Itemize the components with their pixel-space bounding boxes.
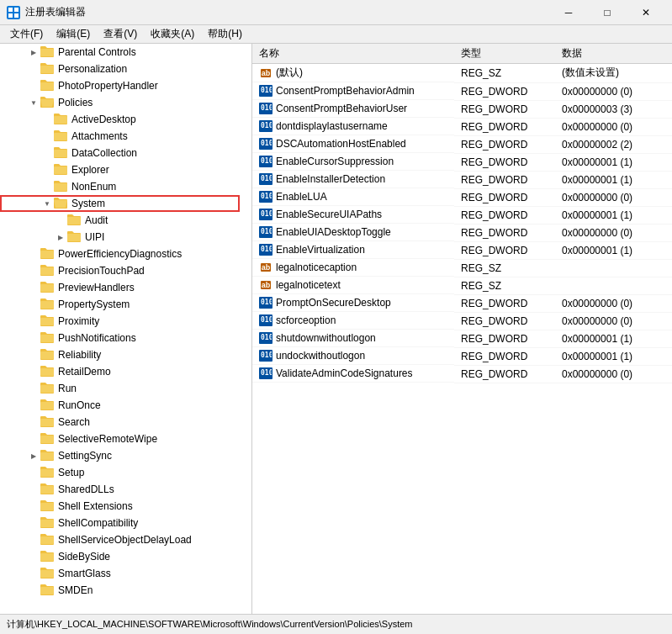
menu-view[interactable]: 查看(V) xyxy=(97,25,144,43)
expand-icon[interactable] xyxy=(27,399,40,412)
tree-item-label: RetailDemo xyxy=(58,366,111,378)
expand-icon[interactable]: ▼ xyxy=(40,197,54,210)
tree-item-smden[interactable]: SMDEn xyxy=(0,582,240,599)
tree-item-explorer[interactable]: Explorer xyxy=(0,161,240,178)
tree-item-system[interactable]: ▼System xyxy=(0,195,240,212)
expand-icon[interactable] xyxy=(27,533,40,547)
table-row[interactable]: ​010PromptOnSecureDesktopREG_DWORD0x0000… xyxy=(252,294,672,312)
expand-icon[interactable] xyxy=(27,264,40,277)
table-row[interactable]: ablegalnoticecaptionREG_SZ xyxy=(252,259,672,277)
table-row[interactable]: ​010EnableVirtualizationREG_DWORD0x00000… xyxy=(252,241,672,259)
tree-item-power-efficiency[interactable]: PowerEfficiencyDiagnostics xyxy=(0,246,240,262)
tree-item-retail-demo[interactable]: RetailDemo xyxy=(0,363,240,380)
tree-item-run-once[interactable]: RunOnce xyxy=(0,397,240,414)
expand-icon[interactable] xyxy=(27,584,40,597)
expand-icon[interactable] xyxy=(40,180,54,193)
svg-rect-13 xyxy=(67,234,81,241)
menu-help[interactable]: 帮助(H) xyxy=(201,25,249,43)
table-row[interactable]: ​010EnableLUAREG_DWORD0x00000000 (0) xyxy=(252,188,672,206)
tree-item-shell-service-object[interactable]: ShellServiceObjectDelayLoad xyxy=(0,531,240,548)
expand-icon[interactable] xyxy=(27,281,40,294)
expand-icon[interactable] xyxy=(27,550,40,563)
table-row[interactable]: ​010EnableSecureUIAPathsREG_DWORD0x00000… xyxy=(252,206,672,224)
tree-item-setup[interactable]: Setup xyxy=(0,464,240,481)
expand-icon[interactable] xyxy=(27,415,40,429)
table-row[interactable]: ​010ValidateAdminCodeSignaturesREG_DWORD… xyxy=(252,365,672,383)
table-row[interactable]: ​010ConsentPromptBehaviorAdminREG_DWORD0… xyxy=(252,82,672,100)
expand-icon[interactable] xyxy=(27,516,40,530)
tree-item-proximity[interactable]: Proximity xyxy=(0,313,240,330)
expand-icon[interactable] xyxy=(27,298,40,311)
table-row[interactable]: ​010DSCAutomationHostEnabledREG_DWORD0x0… xyxy=(252,135,672,153)
expand-icon[interactable]: ▶ xyxy=(27,449,40,462)
tree-inner: ▶Parental ControlsPersonalizationPhotoPr… xyxy=(0,44,251,599)
tree-item-audit[interactable]: Audit xyxy=(0,212,240,229)
menu-favorites[interactable]: 收藏夹(A) xyxy=(144,25,201,43)
tree-item-shared-dlls[interactable]: SharedDLLs xyxy=(0,481,240,498)
table-row[interactable]: ablegalnoticetextREG_SZ xyxy=(252,277,672,294)
expand-icon[interactable] xyxy=(27,483,40,496)
tree-item-parental-controls[interactable]: ▶Parental Controls xyxy=(0,44,240,61)
table-row[interactable]: ​010EnableInstallerDetectionREG_DWORD0x0… xyxy=(252,171,672,188)
tree-item-preview-handlers[interactable]: PreviewHandlers xyxy=(0,279,240,296)
table-row[interactable]: ab(默认)REG_SZ(数值未设置) xyxy=(252,64,672,83)
table-row[interactable]: ​010shutdownwithoutlogonREG_DWORD0x00000… xyxy=(252,330,672,347)
expand-icon[interactable] xyxy=(40,113,54,126)
tree-item-reliability[interactable]: Reliability xyxy=(0,346,240,363)
minimize-button[interactable]: ─ xyxy=(549,0,588,25)
expand-icon[interactable] xyxy=(40,129,54,143)
tree-item-attachments[interactable]: Attachments xyxy=(0,128,240,145)
expand-icon[interactable] xyxy=(27,314,40,328)
expand-icon[interactable] xyxy=(27,499,40,513)
expand-icon[interactable]: ▶ xyxy=(27,45,40,59)
reg-type-cell: REG_SZ xyxy=(454,64,555,83)
expand-icon[interactable] xyxy=(27,382,40,395)
table-row[interactable]: ​010dontdisplaylastusernameREG_DWORD0x00… xyxy=(252,118,672,135)
tree-item-run[interactable]: Run xyxy=(0,380,240,397)
svg-text:010: 010 xyxy=(261,175,272,182)
tree-item-selective-remote-wipe[interactable]: SelectiveRemoteWipe xyxy=(0,431,240,447)
maximize-button[interactable]: □ xyxy=(588,0,627,25)
tree-item-search[interactable]: Search xyxy=(0,414,240,431)
tree-item-personalization[interactable]: Personalization xyxy=(0,61,240,77)
expand-icon[interactable] xyxy=(40,163,54,177)
expand-icon[interactable] xyxy=(27,432,40,446)
expand-icon[interactable] xyxy=(27,348,40,362)
tree-item-shell-extensions[interactable]: Shell Extensions xyxy=(0,498,240,515)
table-row[interactable]: ​010EnableCursorSuppressionREG_DWORD0x00… xyxy=(252,153,672,171)
tree-item-side-by-side[interactable]: SideBySide xyxy=(0,548,240,565)
tree-item-property-system[interactable]: PropertySystem xyxy=(0,296,240,313)
table-row[interactable]: ​010EnableUIADesktopToggleREG_DWORD0x000… xyxy=(252,224,672,241)
expand-icon[interactable] xyxy=(27,567,40,580)
tree-item-photo-property-handler[interactable]: PhotoPropertyHandler xyxy=(0,77,240,94)
expand-icon[interactable]: ▶ xyxy=(54,230,67,244)
expand-icon[interactable] xyxy=(27,79,40,92)
expand-icon[interactable] xyxy=(27,62,40,76)
tree-item-label: PreviewHandlers xyxy=(58,282,135,293)
tree-item-smart-glass[interactable]: SmartGlass xyxy=(0,565,240,582)
reg-type-cell: REG_DWORD xyxy=(454,241,555,259)
expand-icon[interactable] xyxy=(27,247,40,261)
tree-item-setting-sync[interactable]: ▶SettingSync xyxy=(0,447,240,464)
tree-item-shell-compatibility[interactable]: ShellCompatibility xyxy=(0,515,240,531)
close-button[interactable]: ✕ xyxy=(627,0,665,25)
table-row[interactable]: ​010undockwithoutlogonREG_DWORD0x0000000… xyxy=(252,347,672,365)
reg-name-text: ValidateAdminCodeSignatures xyxy=(276,367,413,379)
expand-icon[interactable] xyxy=(27,365,40,378)
expand-icon[interactable] xyxy=(40,146,54,160)
tree-item-precision-touchpad[interactable]: PrecisionTouchPad xyxy=(0,262,240,279)
tree-item-active-desktop[interactable]: ActiveDesktop xyxy=(0,111,240,128)
tree-item-data-collection[interactable]: DataCollection xyxy=(0,145,240,161)
tree-item-push-notifications[interactable]: PushNotifications xyxy=(0,330,240,346)
table-row[interactable]: ​010ConsentPromptBehaviorUserREG_DWORD0x… xyxy=(252,100,672,118)
expand-icon[interactable] xyxy=(54,214,67,227)
tree-item-uipi[interactable]: ▶UIPI xyxy=(0,229,240,246)
expand-icon[interactable]: ▼ xyxy=(27,96,40,109)
tree-item-non-enum[interactable]: NonEnum xyxy=(0,178,240,195)
tree-item-policies[interactable]: ▼Policies xyxy=(0,94,240,111)
expand-icon[interactable] xyxy=(27,466,40,479)
menu-file[interactable]: 文件(F) xyxy=(3,25,50,43)
menu-edit[interactable]: 编辑(E) xyxy=(50,25,97,43)
table-row[interactable]: ​010scforceoptionREG_DWORD0x00000000 (0) xyxy=(252,312,672,330)
expand-icon[interactable] xyxy=(27,331,40,345)
